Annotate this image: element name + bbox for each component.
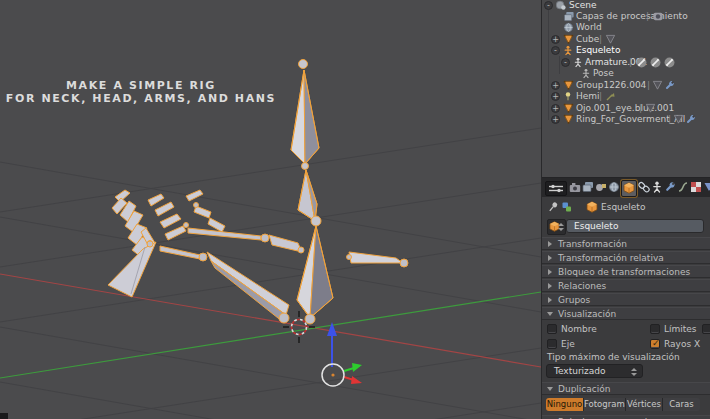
outliner-editor[interactable]: - Scene Capas de procesamiento | World +… — [542, 0, 710, 177]
mesh-dim-icon — [673, 114, 685, 125]
outliner-row-hemi[interactable]: + Hemi | — [542, 91, 710, 102]
bone-icon — [664, 57, 676, 68]
expand-arrow-icon — [548, 269, 552, 275]
mesh-icon — [563, 34, 575, 45]
outliner-item-label[interactable]: Pose — [593, 68, 614, 79]
texture-tab-icon[interactable] — [690, 181, 702, 194]
axis-checkbox[interactable] — [547, 339, 557, 349]
expand-toggle[interactable]: + — [551, 115, 560, 124]
dupli-none-button[interactable]: Ninguno — [546, 398, 584, 411]
object-name-input[interactable] — [566, 219, 704, 233]
panel-label: Relaciones — [558, 280, 606, 292]
panel-relations-extras[interactable]: Relaciones avanzadas — [542, 415, 710, 419]
outliner-row-group[interactable]: + Group1226.004 | — [542, 80, 710, 91]
bone-icon — [636, 57, 648, 68]
stepper-up-icon — [631, 368, 637, 371]
panel-duplication[interactable]: Duplicación — [542, 382, 710, 395]
collapse-arrow-icon — [547, 387, 553, 391]
outliner-item-label[interactable]: World — [576, 22, 602, 33]
panel-display[interactable]: Visualización — [542, 307, 710, 320]
outliner-item-label[interactable]: Capas de procesamiento — [576, 11, 688, 22]
render-result-icon — [652, 11, 664, 22]
xray-checkbox-label: Rayos X — [664, 339, 700, 349]
outliner-item-label[interactable]: Hemi — [576, 91, 600, 102]
expand-toggle[interactable]: - — [551, 46, 560, 55]
bounds-checkbox[interactable] — [650, 324, 660, 334]
render-tab-icon[interactable] — [569, 181, 581, 194]
gizmo-x-arrow — [351, 376, 362, 384]
expand-toggle[interactable]: + — [551, 104, 560, 113]
dupli-faces-button[interactable]: Caras — [663, 398, 700, 411]
expand-arrow-icon — [548, 241, 552, 247]
browse-context-icon[interactable] — [561, 201, 573, 213]
panel-label: Grupos — [558, 294, 590, 306]
stepper-down-icon — [631, 373, 637, 376]
outliner-item-label[interactable]: Cube — [576, 34, 599, 45]
outliner-row-scene[interactable]: - Scene — [542, 0, 710, 11]
object-tab-icon[interactable] — [621, 180, 637, 197]
properties-editor[interactable]: Esqueleto Transformación Transformación … — [542, 177, 710, 419]
name-checkbox[interactable] — [547, 324, 557, 334]
armature-object-icon — [563, 45, 575, 56]
maxdraw-type-dropdown[interactable]: Texturizado — [546, 364, 643, 378]
wrench-icon — [664, 80, 676, 91]
outliner-row-pose[interactable]: Pose — [542, 68, 710, 79]
outliner-row-ojo[interactable]: + Ojo.001_eye.blue.001 | — [542, 103, 710, 114]
editor-type-button[interactable] — [545, 181, 567, 196]
outliner-item-label[interactable]: Ojo.001_eye.blue.001 — [576, 103, 674, 114]
breadcrumb-object-name: Esqueleto — [601, 202, 645, 212]
separator: | — [639, 103, 642, 114]
outliner-row-ring[interactable]: + Ring_For_Goverment_All | — [542, 114, 710, 125]
viewport-scene — [0, 0, 541, 419]
panel-relations[interactable]: Relaciones — [542, 279, 710, 292]
outliner-row-world[interactable]: World — [542, 22, 710, 33]
render-layers-tab-icon[interactable] — [582, 181, 594, 194]
pin-icon[interactable] — [547, 201, 559, 213]
outliner-row-armature-data[interactable]: - Armature.001 | — [542, 57, 710, 68]
separator: | — [668, 114, 671, 125]
scene-tab-icon[interactable] — [595, 181, 607, 194]
blender-window: MAKE A SIMPLE RIG FOR NECK, HEAD, ARMS, … — [0, 0, 710, 419]
stepper-up-icon — [558, 223, 564, 226]
separator: | — [647, 80, 650, 91]
collapse-arrow-icon — [547, 312, 553, 316]
object-name-row — [542, 217, 710, 236]
modifiers-tab-icon[interactable] — [664, 181, 676, 194]
expand-toggle[interactable]: - — [544, 1, 553, 10]
bone-mid-small — [261, 234, 304, 253]
data-tab-icon[interactable] — [651, 181, 663, 194]
mesh-icon — [563, 114, 575, 125]
clipped-checkbox[interactable] — [702, 324, 710, 334]
outliner-row-render-layers[interactable]: Capas de procesamiento | — [542, 11, 710, 22]
panel-label: Visualización — [558, 308, 616, 320]
panel-transform[interactable]: Transformación — [542, 237, 710, 250]
constraints-tab-icon[interactable] — [638, 181, 650, 194]
panel-label: Transformación relativa — [558, 252, 664, 264]
mesh-dim-icon — [605, 34, 617, 45]
expand-toggle[interactable]: + — [551, 35, 560, 44]
outliner-item-label[interactable]: Esqueleto — [576, 45, 620, 56]
object-id-button[interactable] — [547, 219, 566, 235]
dupli-verts-button[interactable]: Vértices — [626, 398, 663, 411]
outliner-row-cube[interactable]: + Cube | — [542, 34, 710, 45]
floor-grid — [0, 128, 541, 419]
xray-checkbox[interactable] — [650, 339, 660, 349]
world-tab-icon[interactable] — [608, 181, 620, 194]
physics-tab-icon[interactable] — [703, 181, 710, 194]
outliner-item-label[interactable]: Group1226.004 — [576, 80, 646, 91]
expand-toggle[interactable]: - — [561, 58, 570, 67]
particles-tab-icon[interactable] — [677, 181, 689, 194]
mesh-dim-icon — [652, 80, 664, 91]
panel-transform-delta[interactable]: Transformación relativa — [542, 251, 710, 264]
dupli-frames-button[interactable]: Fotogramas — [584, 398, 626, 411]
panel-transform-locks[interactable]: Bloqueo de transformaciones — [542, 265, 710, 278]
expand-arrow-icon — [548, 297, 552, 303]
axis-checkbox-label: Eje — [561, 339, 575, 349]
expand-toggle[interactable]: + — [551, 81, 560, 90]
3d-viewport[interactable]: MAKE A SIMPLE RIG FOR NECK, HEAD, ARMS, … — [0, 0, 541, 419]
panel-groups[interactable]: Grupos — [542, 293, 710, 306]
outliner-row-esqueleto[interactable]: - Esqueleto — [542, 45, 710, 56]
expand-toggle[interactable]: + — [551, 92, 560, 101]
outliner-item-label[interactable]: Scene — [569, 0, 596, 11]
editor-corner-grip[interactable] — [0, 413, 8, 419]
